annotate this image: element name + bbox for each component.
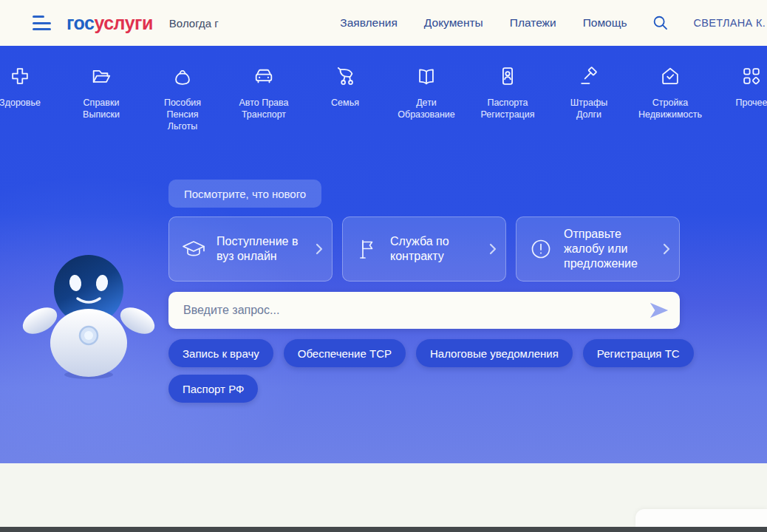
whats-new-button[interactable]: Посмотрите, что нового <box>168 180 321 208</box>
category-zdorovye[interactable]: Здоровье <box>0 65 61 132</box>
open-book-icon <box>415 65 437 87</box>
gosuslugi-logo[interactable]: госуслуги <box>67 13 153 34</box>
purse-icon <box>171 65 194 87</box>
chip-obespechenie-tsr[interactable]: Обеспечение ТСР <box>284 339 406 367</box>
category-label: Здоровье <box>0 97 41 109</box>
bottom-edge-bar <box>0 527 767 532</box>
category-deti[interactable]: Дети Образование <box>386 65 467 132</box>
category-stroyka[interactable]: Стройка Недвижимость <box>630 65 711 132</box>
category-spravki[interactable]: Справки Выписки <box>61 65 142 132</box>
grid-icon <box>740 65 763 87</box>
search-input[interactable] <box>182 303 648 318</box>
location-selector[interactable]: Вологда г <box>169 17 219 30</box>
category-label: Дети Образование <box>398 97 454 120</box>
flag-icon <box>354 236 381 262</box>
category-pasporta[interactable]: Паспорта Регистрация <box>467 65 548 132</box>
logo-text-red: услуги <box>94 13 152 33</box>
chevron-right-icon <box>316 243 323 255</box>
chip-pasport-rf[interactable]: Паспорт РФ <box>168 375 258 403</box>
category-label: Штрафы Долги <box>570 97 607 120</box>
category-shtrafy[interactable]: Штрафы Долги <box>548 65 630 132</box>
card-title: Отправьте жалобу или предложение <box>564 227 663 271</box>
category-label: Паспорта Регистрация <box>480 97 534 120</box>
card-title: Поступление в вуз онлайн <box>217 234 316 264</box>
card-title: Служба по контракту <box>390 234 489 264</box>
category-avto[interactable]: Авто Права Транспорт <box>223 65 304 132</box>
category-prochee[interactable]: Прочее <box>711 65 767 132</box>
chip-nalogovye-uvedomleniya[interactable]: Налоговые уведомления <box>416 339 573 367</box>
chip-registratsiya-ts[interactable]: Регистрация ТС <box>583 339 694 367</box>
folder-icon <box>90 65 112 87</box>
card-sluzhba-po-kontraktu[interactable]: Служба по контракту <box>342 216 506 282</box>
nav-item-dokumenty[interactable]: Документы <box>424 16 483 30</box>
chevron-right-icon <box>489 243 497 255</box>
chip-zapis-k-vrachu[interactable]: Запись к врачу <box>168 339 273 367</box>
stroller-icon <box>334 65 356 87</box>
header-nav: Заявления Документы Платежи Помощь <box>340 16 627 30</box>
top-header: госуслуги Вологда г Заявления Документы … <box>0 0 767 46</box>
category-label: Прочее <box>735 97 767 109</box>
chevron-right-icon <box>663 243 670 255</box>
nav-item-pomosch[interactable]: Помощь <box>583 16 627 30</box>
gavel-icon <box>578 65 600 87</box>
send-arrow-icon <box>648 301 670 320</box>
category-semya[interactable]: Семья <box>304 65 386 132</box>
category-label: Справки Выписки <box>83 97 120 120</box>
graduation-cap-icon <box>180 236 207 262</box>
nav-item-platezhi[interactable]: Платежи <box>510 16 556 30</box>
promo-cards: Поступление в вуз онлайн Служба по контр… <box>168 216 680 282</box>
category-label: Авто Права Транспорт <box>239 97 288 120</box>
user-account-button[interactable]: СВЕТЛАНА К. <box>694 17 766 29</box>
card-zhaloba-predlozhenie[interactable]: Отправьте жалобу или предложение <box>516 216 680 282</box>
category-label: Семья <box>331 97 359 109</box>
category-label: Пособия Пенсия Льготы <box>164 97 201 132</box>
gosuslugi-home-page: госуслуги Вологда г Заявления Документы … <box>0 0 767 532</box>
category-label: Стройка Недвижимость <box>638 97 702 120</box>
health-cross-icon <box>9 65 31 87</box>
nav-item-zayavleniya[interactable]: Заявления <box>340 16 398 30</box>
quick-links-row-1: Запись к врачу Обеспечение ТСР Налоговые… <box>168 339 694 367</box>
quick-links-row-2: Паспорт РФ <box>168 375 258 403</box>
hero-section: Здоровье Справки Выписки Пособия Пенсия … <box>0 46 767 463</box>
car-icon <box>253 65 275 87</box>
card-vuz-online[interactable]: Поступление в вуз онлайн <box>168 216 333 282</box>
assistant-search-bar <box>168 292 680 329</box>
hamburger-menu-icon[interactable] <box>33 16 52 30</box>
passport-icon <box>497 65 519 87</box>
bottom-right-panel <box>635 509 767 527</box>
logo-text-blue: гос <box>67 13 94 33</box>
send-button[interactable] <box>648 301 670 320</box>
search-icon[interactable] <box>651 14 669 32</box>
category-bar: Здоровье Справки Выписки Пособия Пенсия … <box>0 65 767 132</box>
exclamation-circle-icon <box>528 236 554 262</box>
category-posobiya[interactable]: Пособия Пенсия Льготы <box>142 65 223 132</box>
house-check-icon <box>659 65 681 87</box>
robot-assistant[interactable] <box>21 232 157 383</box>
